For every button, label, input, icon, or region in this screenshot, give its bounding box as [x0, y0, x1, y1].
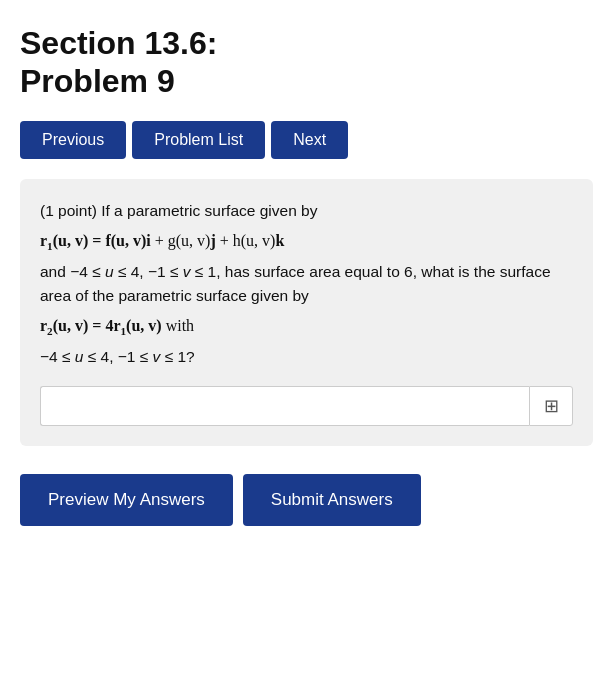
problem-list-button[interactable]: Problem List [132, 121, 265, 159]
condition2-text: −4 ≤ u ≤ 4, −1 ≤ v ≤ 1? [40, 345, 573, 370]
page-title: Section 13.6: Problem 9 [20, 24, 593, 101]
equation1-bold: r1(u, v) = f(u, v) [40, 232, 146, 249]
equation2-with: with [162, 317, 194, 334]
equation2: r2(u, v) = 4r1(u, v) [40, 317, 162, 334]
grid-icon: ⊞ [544, 395, 559, 417]
condition-text: and −4 ≤ u ≤ 4, −1 ≤ v ≤ 1, has surface … [40, 260, 573, 310]
bottom-bar: Preview My Answers Submit Answers [20, 474, 593, 526]
answer-input[interactable] [40, 386, 529, 426]
previous-button[interactable]: Previous [20, 121, 126, 159]
problem-text: (1 point) If a parametric surface given … [40, 199, 573, 370]
problem-box: (1 point) If a parametric surface given … [20, 179, 593, 446]
answer-row: ⊞ [40, 386, 573, 426]
point-label: (1 point) [40, 202, 97, 219]
equation1-k: k [275, 232, 284, 249]
next-button[interactable]: Next [271, 121, 348, 159]
nav-bar: Previous Problem List Next [20, 121, 593, 159]
equation1-plus2: + h(u, v) [216, 232, 276, 249]
equation1-plus1: + g(u, v) [151, 232, 211, 249]
submit-button[interactable]: Submit Answers [243, 474, 421, 526]
grid-button[interactable]: ⊞ [529, 386, 573, 426]
problem-description: If a parametric surface given by [101, 202, 317, 219]
preview-button[interactable]: Preview My Answers [20, 474, 233, 526]
